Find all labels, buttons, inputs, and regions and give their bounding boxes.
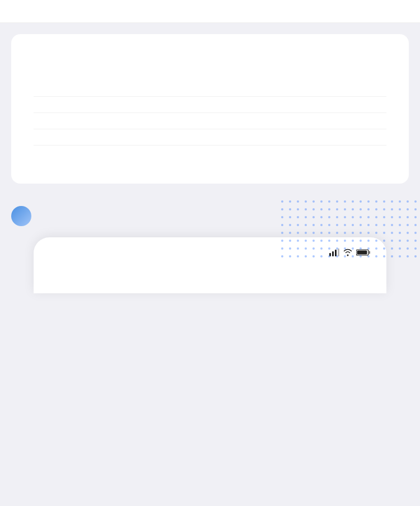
- font-size-table: [34, 81, 386, 161]
- dots-decoration: const dotsContainer = document.querySele…: [281, 200, 420, 261]
- font-row-28px: [34, 113, 386, 129]
- font-card-header: [34, 57, 386, 64]
- font-spec-card: [11, 34, 409, 184]
- font-row-20px: [34, 146, 386, 161]
- color-palette-bar: [0, 0, 420, 23]
- font-row-24px: [34, 129, 386, 146]
- section-dot-icon: [11, 206, 31, 226]
- font-row-32px: [34, 97, 386, 113]
- font-row-36px: [34, 81, 386, 97]
- page-section: const dotsContainer = document.querySele…: [0, 195, 420, 293]
